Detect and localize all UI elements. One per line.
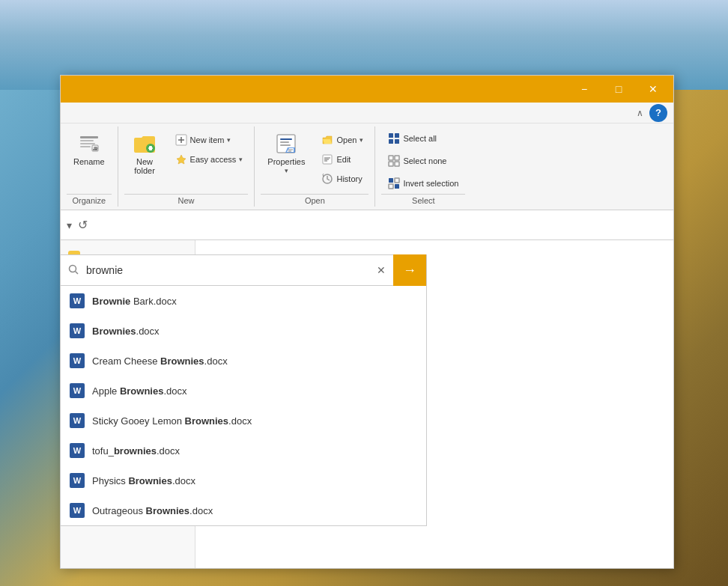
search-svg	[68, 264, 79, 275]
properties-icon	[274, 132, 298, 156]
nav-bar: ▾ ↺	[61, 210, 673, 240]
svg-rect-2	[80, 143, 95, 144]
search-clear-button[interactable]: ✕	[369, 264, 393, 276]
select-all-button[interactable]: Select all	[381, 128, 465, 149]
organize-group-label: Organize	[67, 194, 112, 205]
new-folder-svg	[133, 132, 157, 156]
search-icon	[61, 264, 86, 277]
nav-refresh-button[interactable]: ↺	[78, 218, 88, 232]
open-icon	[321, 134, 333, 146]
result-text-3: Cream Cheese Brownies.docx	[92, 355, 228, 367]
rename-button[interactable]: Rename	[67, 128, 112, 170]
open-label: Open	[336, 135, 357, 144]
easy-access-label: Easy access	[190, 155, 237, 164]
properties-button[interactable]: Properties ▾	[261, 128, 312, 178]
select-buttons: Select all Select no	[381, 128, 465, 194]
select-group-label: Select	[381, 194, 465, 205]
search-result-item[interactable]: W Cream Cheese Brownies.docx	[61, 346, 426, 376]
new-item-icon	[175, 134, 187, 146]
minimize-button[interactable]: −	[567, 76, 601, 103]
new-sub-buttons: New item ▾ Easy access ▾	[170, 128, 249, 168]
help-icon: ?	[655, 107, 661, 118]
svg-rect-29	[389, 162, 393, 166]
word-icon: W	[70, 443, 85, 458]
organize-items: Rename	[67, 128, 112, 194]
invert-selection-label: Invert selection	[403, 179, 458, 188]
select-none-button[interactable]: Select none	[381, 150, 465, 171]
result-text-5: Sticky Gooey Lemon Brownies.docx	[92, 415, 252, 427]
svg-point-38	[70, 265, 76, 272]
svg-rect-13	[280, 138, 292, 140]
search-result-item[interactable]: W tofu_brownies.docx	[61, 436, 426, 466]
search-input[interactable]	[86, 264, 369, 276]
search-result-item[interactable]: W Brownies.docx	[61, 316, 426, 346]
word-icon: W	[70, 413, 85, 428]
svg-line-39	[76, 271, 79, 274]
easy-access-button[interactable]: Easy access ▾	[170, 150, 249, 168]
close-icon: ✕	[649, 83, 658, 95]
history-button[interactable]: History	[316, 170, 368, 188]
svg-rect-3	[80, 146, 91, 147]
edit-button[interactable]: Edit	[316, 150, 368, 168]
open-button[interactable]: Open ▾	[316, 131, 368, 149]
svg-rect-33	[389, 184, 393, 189]
word-icon: W	[70, 293, 85, 308]
word-icon: W	[70, 503, 85, 518]
rename-svg	[79, 133, 100, 154]
help-button[interactable]: ?	[649, 104, 667, 122]
ribbon-collapse-icon[interactable]: ∧	[637, 108, 643, 118]
search-go-button[interactable]: →	[393, 254, 426, 286]
easy-access-icon	[175, 153, 187, 165]
select-all-icon	[388, 132, 400, 144]
invert-selection-icon	[388, 177, 400, 189]
new-item-button[interactable]: New item ▾	[170, 131, 249, 149]
open-svg	[321, 134, 333, 146]
close-button[interactable]: ✕	[636, 76, 670, 103]
search-result-item[interactable]: W Apple Brownies.docx	[61, 376, 426, 406]
easy-access-chevron: ▾	[239, 156, 243, 163]
select-all-svg	[388, 132, 400, 144]
svg-rect-15	[280, 144, 291, 146]
svg-rect-25	[389, 139, 393, 144]
svg-rect-32	[395, 178, 399, 183]
result-text-2: Brownies.docx	[92, 326, 160, 337]
search-result-item[interactable]: W Outrageous Brownies.docx	[61, 495, 426, 525]
select-all-label: Select all	[403, 134, 437, 143]
new-item-label: New item	[190, 135, 225, 144]
edit-svg	[321, 153, 333, 165]
open-chevron: ▾	[360, 136, 363, 144]
result-text-7: Physics Brownies.docx	[92, 475, 195, 486]
new-group-label: New	[124, 194, 249, 205]
svg-rect-27	[389, 156, 393, 160]
word-icon: W	[70, 473, 85, 488]
new-folder-label: Newfolder	[134, 157, 155, 175]
rename-icon	[77, 132, 101, 156]
search-result-item[interactable]: W Brownie Bark.docx	[61, 286, 426, 316]
open-items: Properties ▾ Open ▾	[261, 128, 368, 194]
new-folder-button[interactable]: Newfolder	[124, 128, 166, 179]
open-sub-buttons: Open ▾	[316, 128, 368, 188]
word-icon: W	[70, 353, 85, 368]
maximize-button[interactable]: □	[601, 76, 636, 103]
properties-svg	[274, 132, 298, 156]
ribbon-top: ∧ ?	[61, 103, 673, 123]
new-item-svg	[175, 134, 187, 146]
nav-dropdown-chevron[interactable]: ▾	[67, 219, 72, 231]
invert-selection-button[interactable]: Invert selection	[381, 173, 465, 194]
search-result-item[interactable]: W Sticky Gooey Lemon Brownies.docx	[61, 406, 426, 436]
new-folder-icon	[133, 132, 157, 156]
minimize-icon: −	[581, 83, 587, 95]
select-none-svg	[388, 155, 400, 167]
ribbon-group-organize: Rename Organize	[61, 126, 118, 207]
ribbon-content: Rename Organize	[61, 123, 673, 210]
ribbon-group-open: Properties ▾ Open ▾	[255, 126, 375, 207]
result-text-4: Apple Brownies.docx	[92, 385, 186, 397]
rename-label: Rename	[73, 157, 105, 166]
svg-rect-30	[395, 162, 399, 166]
svg-rect-34	[395, 184, 399, 189]
history-icon	[321, 173, 333, 185]
edit-label: Edit	[336, 155, 351, 164]
word-icon: W	[70, 323, 85, 338]
search-result-item[interactable]: W Physics Brownies.docx	[61, 466, 426, 495]
select-items: Select all Select no	[381, 128, 465, 194]
